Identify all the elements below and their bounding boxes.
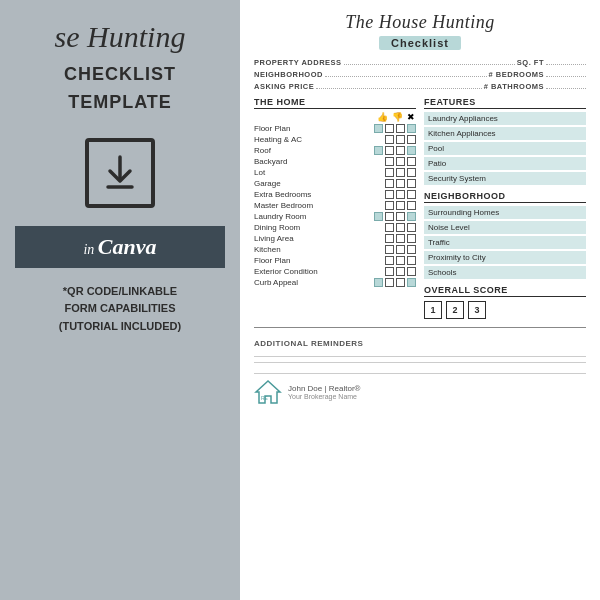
sq-ft-dots — [546, 57, 586, 65]
cb[interactable] — [396, 278, 405, 287]
cb[interactable] — [385, 278, 394, 287]
cb[interactable] — [396, 234, 405, 243]
cb[interactable] — [396, 212, 405, 221]
cb[interactable] — [396, 201, 405, 210]
item-roof: Roof — [254, 146, 374, 155]
property-address-row: PROPERTY ADDRESS SQ. FT — [254, 57, 586, 67]
cb[interactable] — [407, 135, 416, 144]
cb[interactable] — [385, 256, 394, 265]
cb[interactable] — [396, 179, 405, 188]
check-box-1[interactable] — [374, 124, 383, 133]
score-3: 3 — [468, 301, 486, 319]
check-row-living: Living Area — [254, 234, 416, 243]
neighborhood-label: NEIGHBORHOOD — [254, 70, 323, 79]
bottom-features: *QR CODE/LINKABLE FORM CAPABILITIES (TUT… — [59, 283, 181, 336]
property-address-label: PROPERTY ADDRESS — [254, 58, 342, 67]
right-panel: The House Hunting Checklist PROPERTY ADD… — [240, 0, 600, 600]
bathrooms-label: # BATHROOMS — [484, 82, 544, 91]
svg-marker-2 — [256, 381, 280, 403]
left-title: se Hunting — [55, 20, 186, 53]
download-icon-container — [85, 138, 155, 208]
cb[interactable] — [396, 245, 405, 254]
cb[interactable] — [407, 201, 416, 210]
feature-line-1: *QR CODE/LINKABLE — [59, 283, 181, 301]
item-kitchen: Kitchen — [254, 245, 385, 254]
asking-price-row: ASKING PRICE # BATHROOMS — [254, 81, 586, 91]
check-row-master-bedroom: Master Bedroom — [254, 201, 416, 210]
cb[interactable] — [407, 223, 416, 232]
check-row-backyard: Backyard — [254, 157, 416, 166]
neighborhood-dots — [325, 69, 487, 77]
cb[interactable] — [385, 212, 394, 221]
canva-in-text: in — [83, 242, 94, 257]
cb[interactable] — [396, 256, 405, 265]
cb[interactable] — [396, 135, 405, 144]
cb[interactable] — [385, 223, 394, 232]
doc-subtitle: Checklist — [379, 36, 461, 50]
bedrooms-label: # BEDROOMS — [489, 70, 544, 79]
cb[interactable] — [385, 234, 394, 243]
item-backyard: Backyard — [254, 157, 385, 166]
cb[interactable] — [407, 278, 416, 287]
check-row-heating: Heating & AC — [254, 135, 416, 144]
cb[interactable] — [385, 245, 394, 254]
logo-icon: RE — [254, 378, 282, 406]
cb[interactable] — [385, 157, 394, 166]
canva-brand-text: Canva — [98, 234, 157, 259]
neigh-traffic: Traffic — [424, 236, 586, 249]
bathrooms-dots — [546, 81, 586, 89]
cb[interactable] — [396, 168, 405, 177]
cb[interactable] — [374, 278, 383, 287]
feature-security: Security System — [424, 172, 586, 185]
cb[interactable] — [385, 267, 394, 276]
feature-line-3: (TUTORIAL INCLUDED) — [59, 318, 181, 336]
cb[interactable] — [396, 146, 405, 155]
item-heating: Heating & AC — [254, 135, 385, 144]
asking-price-label: ASKING PRICE — [254, 82, 314, 91]
check-box-3[interactable] — [396, 124, 405, 133]
feature-patio: Patio — [424, 157, 586, 170]
cb[interactable] — [396, 223, 405, 232]
item-garage: Garage — [254, 179, 385, 188]
cb[interactable] — [396, 157, 405, 166]
cb[interactable] — [407, 179, 416, 188]
item-lot: Lot — [254, 168, 385, 177]
neigh-schools: Schools — [424, 266, 586, 279]
cb[interactable] — [407, 212, 416, 221]
feature-kitchen: Kitchen Appliances — [424, 127, 586, 140]
thumbs-down-icon: ✖ — [407, 112, 415, 122]
cb[interactable] — [407, 234, 416, 243]
cb[interactable] — [396, 267, 405, 276]
cb[interactable] — [407, 190, 416, 199]
cb[interactable] — [385, 179, 394, 188]
cb[interactable] — [385, 146, 394, 155]
cb[interactable] — [407, 146, 416, 155]
cb[interactable] — [407, 245, 416, 254]
neigh-noise: Noise Level — [424, 221, 586, 234]
cb[interactable] — [385, 190, 394, 199]
score-2: 2 — [446, 301, 464, 319]
score-section-header: OVERALL SCORE — [424, 285, 586, 297]
cb[interactable] — [396, 190, 405, 199]
cb[interactable] — [407, 168, 416, 177]
property-address-dots — [344, 57, 515, 65]
cb[interactable] — [374, 146, 383, 155]
cb[interactable] — [407, 256, 416, 265]
download-icon[interactable] — [85, 138, 155, 208]
brokerage-name: Your Brokerage Name — [288, 393, 360, 400]
cb[interactable] — [407, 157, 416, 166]
cb[interactable] — [385, 201, 394, 210]
cb[interactable] — [407, 267, 416, 276]
footer-text-block: John Doe | Realtor® Your Brokerage Name — [288, 384, 360, 400]
doc-title: The House Hunting — [254, 12, 586, 33]
thumbs-middle-icon: 👎 — [392, 112, 403, 122]
cb[interactable] — [385, 168, 394, 177]
check-row-kitchen: Kitchen — [254, 245, 416, 254]
check-box-2[interactable] — [385, 124, 394, 133]
col-left: THE HOME 👍 👎 ✖ Floor Plan Heating & AC — [254, 97, 416, 319]
thumbs-up-icon: 👍 — [377, 112, 388, 122]
check-box-4[interactable] — [407, 124, 416, 133]
cb[interactable] — [374, 212, 383, 221]
cb[interactable] — [385, 135, 394, 144]
item-exterior: Exterior Condition — [254, 267, 385, 276]
